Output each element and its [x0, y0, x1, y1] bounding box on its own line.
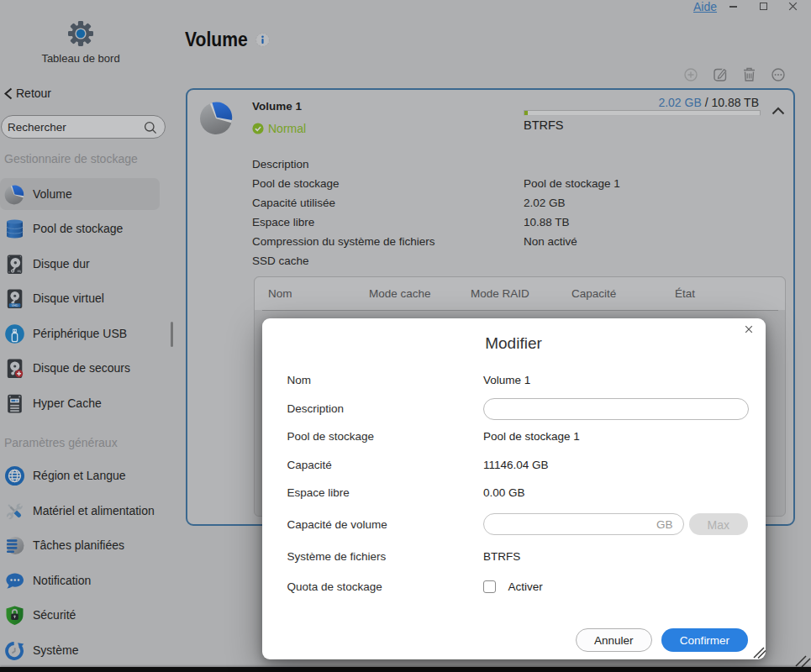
svg-text:VHD: VHD	[11, 304, 18, 307]
